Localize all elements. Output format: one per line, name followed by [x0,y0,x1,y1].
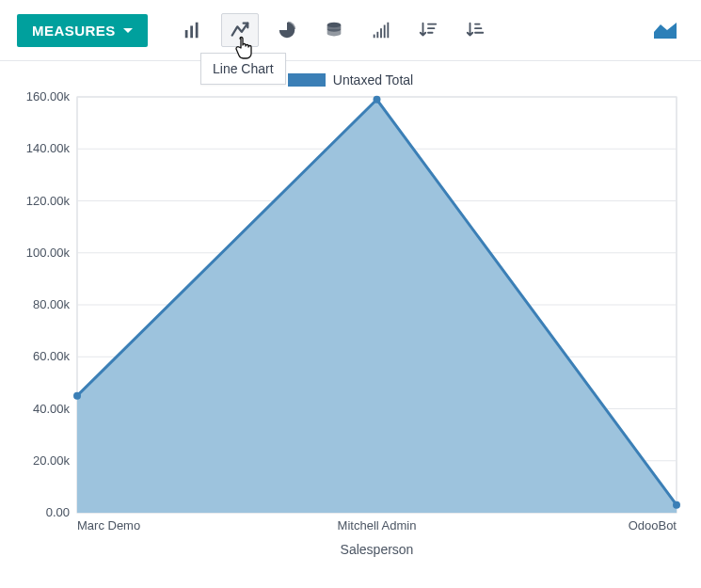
x-tick-label: Mitchell Admin [338,518,417,532]
svg-rect-2 [195,23,198,39]
tooltip-text: Line Chart [213,61,274,76]
data-point-hit[interactable] [66,385,88,407]
chart-type-group [174,13,494,47]
area-chart-indicator [646,13,684,47]
y-tick-label: 0.00 [46,505,70,519]
area-chart-icon [652,19,678,41]
y-tick-label: 60.00k [33,349,71,363]
svg-rect-6 [380,28,382,38]
data-point-hit[interactable] [665,494,688,516]
legend-label: Untaxed Total [333,72,413,87]
y-tick-label: 120.00k [26,194,71,208]
x-tick-label: Marc Demo [77,518,140,532]
y-tick-label: 140.00k [26,141,71,155]
caret-down-icon [123,28,133,33]
chart-area: 0.0020.00k40.00k60.00k80.00k100.00k120.0… [0,91,701,579]
bar-chart-button[interactable] [174,13,212,47]
y-tick-label: 80.00k [33,297,71,311]
sort-desc-icon [418,20,438,40]
pie-chart-icon [277,20,297,40]
measures-button[interactable]: MEASURES [17,14,148,47]
sort-asc-icon [465,20,486,40]
svg-rect-8 [387,23,389,39]
sort-asc-button[interactable] [456,13,494,47]
chart-type-tooltip: Line Chart [200,53,286,85]
stacked-icon [324,20,344,40]
stacked-button[interactable] [315,13,353,47]
svg-rect-1 [190,25,193,38]
grouped-bar-button[interactable] [362,13,400,47]
svg-rect-4 [373,35,374,39]
sort-desc-button[interactable] [409,13,447,47]
y-tick-label: 40.00k [33,402,71,416]
measures-button-label: MEASURES [32,23,116,39]
bar-chart-icon [183,20,203,40]
legend-swatch [288,73,326,87]
grouped-bar-icon [371,20,391,40]
y-tick-label: 100.00k [26,246,71,260]
x-tick-label: OdooBot [629,518,677,532]
svg-rect-0 [184,30,187,38]
x-axis-title: Salesperson [341,542,414,557]
svg-rect-7 [383,25,385,39]
pie-chart-button[interactable] [268,13,306,47]
toolbar: MEASURES [0,0,701,61]
y-tick-label: 160.00k [26,91,71,103]
line-chart-button[interactable] [221,13,259,47]
line-chart-icon [230,20,250,40]
line-chart-svg: 0.0020.00k40.00k60.00k80.00k100.00k120.0… [4,91,690,571]
svg-rect-5 [376,32,378,38]
y-tick-label: 20.00k [33,453,71,468]
chart-legend: Untaxed Total [0,61,701,91]
